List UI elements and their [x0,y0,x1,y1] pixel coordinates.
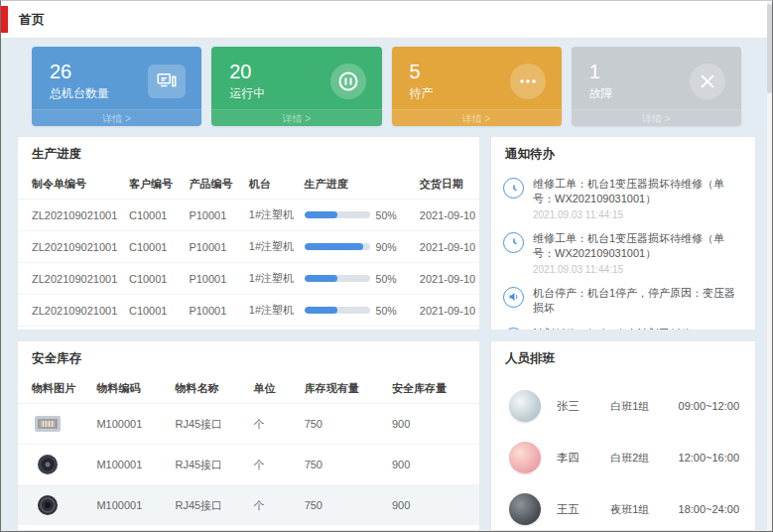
cell-product-no: P10001 [184,263,243,295]
dashboard-screen: 首页 26 总机台数量 [0,0,773,532]
notification-item[interactable]: 维修工单：机台1变压器损坏待维修（单号：WX202109031001） 2021… [503,226,743,281]
notification-time: 2021.09.03 11:44:15 [533,209,743,220]
table-row: ZL202109021001 C10001 P10001 1#注塑机 90% 2… [18,231,479,263]
cell-material-image [18,485,91,526]
notification-text: 机台停产：机台1停产，停产原因：变压器损坏 [533,286,743,317]
cell-machine: 1#注塑机 [244,231,300,263]
clock-icon [503,178,524,199]
column-header: 客户编号 [124,170,184,200]
table-header-row: 物料图片 物料编码 物料名称 单位 库存现有量 安全库存量 [18,374,479,404]
staff-time: 09:00~12:00 [679,400,739,412]
clock-icon [503,232,524,253]
stat-info: 26 总机台数量 [50,61,109,102]
stat-detail-link[interactable]: 详情 > [211,109,381,126]
scrollbar-thumb[interactable] [767,4,772,93]
stat-detail-link[interactable]: 详情 > [572,109,741,126]
tools-icon [690,64,725,99]
stat-detail-link[interactable]: 详情 > [392,109,562,126]
cell-safety-qty: 900 [387,445,479,485]
cell-safety-qty: 900 [387,485,479,526]
stat-label: 总机台数量 [50,85,109,102]
stat-cards-row: 26 总机台数量 详情 > [17,47,756,126]
table-row: M100001 RJ45接口 个 750 900 [18,404,479,445]
column-header: 物料编码 [91,374,170,404]
avatar [509,442,541,473]
column-header: 单位 [248,374,299,404]
stat-value: 1 [589,61,613,83]
cell-product-no: P10001 [184,295,243,327]
notification-text: 维修工单：机台1变压器损坏待维修（单号：WX202109031001） [533,177,743,207]
panel-title: 生产进度 [18,137,479,170]
notifications-panel: 通知待办 维修工单：机台1变压器损坏待维修（单号：WX202109031001）… [490,136,756,331]
material-image-rj45 [32,412,86,436]
production-progress-panel: 生产进度 制令单编号 客户编号 产品编号 机台 生产进度 交货日期 [17,136,480,331]
column-header: 机台 [244,170,300,200]
stat-card-total-machines: 26 总机台数量 详情 > [32,47,201,126]
progress-bar [305,307,370,314]
cell-progress: 50% [300,263,415,295]
cell-customer-no: C10001 [124,327,184,332]
notification-item[interactable]: 计划暂停：机台1生产计划已暂停 2021.09.03 11:44:15 [503,322,743,331]
stat-card-fault: 1 故障 详情 > [572,47,741,126]
panel-title: 人员排班 [491,341,755,374]
cell-product-no: P10001 [184,200,243,231]
stat-detail-link[interactable]: 详情 > [32,109,201,126]
cell-material-name: RJ45接口 [170,404,248,445]
progress-label: 90% [376,241,397,253]
cell-delivery-date: 2021-09-10 [415,327,479,332]
column-header: 库存现有量 [300,374,387,404]
stat-label: 运行中 [229,85,265,102]
cell-progress: 50% [300,327,415,332]
cell-material-code: M100001 [91,445,170,485]
cell-material-code: M100001 [91,404,170,445]
staff-name: 王五 [557,502,610,517]
cell-progress: 90% [300,231,415,263]
cell-current-qty: 750 [300,445,387,485]
notification-list: 维修工单：机台1变压器损坏待维修（单号：WX202109031001） 2021… [491,170,755,331]
ellipsis-icon [510,64,546,99]
notification-item[interactable]: 维修工单：机台1变压器损坏待维修（单号：WX202109031001） 2021… [503,172,743,226]
cell-safety-qty: 900 [387,404,479,445]
cell-order-no: ZL202109021001 [18,263,124,295]
staff-name: 张三 [557,399,610,414]
cell-progress: 50% [300,295,415,327]
cell-machine: 1#注塑机 [244,263,300,295]
notification-text: 维修工单：机台1变压器损坏待维修（单号：WX202109031001） [533,231,743,262]
notification-item[interactable]: 机台停产：机台1停产，停产原因：变压器损坏 [503,281,743,323]
stat-label: 故障 [589,85,613,102]
cell-progress: 50% [300,200,415,231]
panel-title: 安全库存 [18,341,479,374]
column-header: 生产进度 [300,170,415,200]
column-header: 产品编号 [184,170,243,200]
table-row: ZL202109021001 C10001 P10001 1#注塑机 50% 2… [18,327,479,332]
cell-material-code: M100001 [91,485,170,526]
cell-machine: 1#注塑机 [244,295,300,327]
table-header-row: 制令单编号 客户编号 产品编号 机台 生产进度 交货日期 [18,170,479,200]
cell-order-no: ZL202109021001 [18,231,124,263]
machine-icon [148,65,186,98]
stat-value: 26 [50,61,109,83]
cell-customer-no: C10001 [124,231,184,263]
cell-machine: 1#注塑机 [244,327,300,332]
staff-row: 张三 白班1组 09:00~12:00 [509,380,739,432]
page-header: 首页 [1,1,772,39]
cell-material-image [18,445,91,485]
cell-customer-no: C10001 [124,263,184,295]
staff-shift: 白班2组 [610,451,678,466]
table-row: ZL202109021001 C10001 P10001 1#注塑机 50% 2… [18,295,479,327]
stat-value: 5 [410,61,434,83]
page-title[interactable]: 首页 [19,11,45,29]
cell-unit: 个 [248,485,299,526]
cell-order-no: ZL202109021001 [18,200,124,231]
table-row: M100001 RJ45接口 个 750 900 [18,485,479,526]
safety-stock-panel: 安全库存 物料图片 物料编码 物料名称 单位 库存现有量 安全库存量 [17,340,480,531]
table-row: ZL202109021001 C10001 P10001 1#注塑机 50% 2… [18,263,479,295]
progress-bar [305,243,370,250]
column-header: 安全库存量 [387,374,479,404]
cell-machine: 1#注塑机 [244,200,300,231]
inventory-table: 物料图片 物料编码 物料名称 单位 库存现有量 安全库存量 [18,374,479,525]
stat-value: 20 [229,61,265,83]
staff-time: 18:00~24:00 [679,503,739,515]
vertical-scrollbar[interactable] [767,2,772,530]
panel-title: 通知待办 [491,137,755,170]
